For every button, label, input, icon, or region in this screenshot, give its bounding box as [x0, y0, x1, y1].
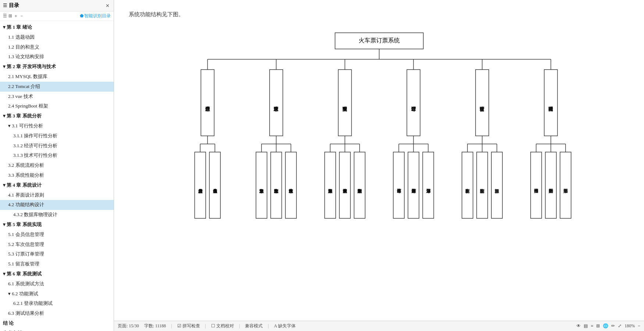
sidebar-header: ☰ 目录 ✕	[0, 0, 114, 11]
eye-icon: 👁	[576, 323, 581, 329]
layout-icon-3[interactable]: ⊞	[596, 323, 600, 329]
sep1: |	[171, 323, 172, 329]
layout-icon-1[interactable]: ▤	[584, 323, 588, 329]
spellcheck-checkbox: ☑	[177, 323, 181, 328]
view-icon-2[interactable]: ⊞	[8, 13, 12, 19]
sidebar: ☰ 目录 ✕ ☰ ⊞ ＋ － ⬟ 智能识别目录 ▾ 第 1 章 绪论 1.1 选…	[0, 0, 114, 331]
sidebar-item-5.1b[interactable]: 5.1 留言板管理	[0, 259, 114, 269]
edit-icon[interactable]: ✏	[611, 323, 615, 329]
sidebar-title: 目录	[9, 2, 19, 9]
sidebar-item-5.3[interactable]: 5.3 订票订单管理	[0, 249, 114, 259]
sidebar-toggle-icon[interactable]: ☰	[3, 3, 7, 8]
sidebar-item-6.3[interactable]: 6.3 测试结果分析	[0, 309, 114, 318]
page-indicator: 页面: 15/30	[118, 323, 139, 329]
sidebar-item-ch1[interactable]: ▾ 第 1 章 绪论	[0, 22, 114, 32]
intro-text: 系统功能结构见下图。	[129, 11, 629, 18]
doccheck-label: 文档校对	[216, 323, 234, 328]
org-chart-wrap: 火车票订票系统会员信息管理会员信息新增会员信息修改车次信息管理车次信息添加车次信…	[129, 29, 629, 243]
sidebar-item-1.2[interactable]: 1.2 目的和意义	[0, 42, 114, 52]
sidebar-item-3.1.1[interactable]: 3.1.1 操作可行性分析	[0, 131, 114, 141]
sidebar-item-2.2[interactable]: 2.2 Tomcat 介绍	[0, 82, 114, 92]
sidebar-item-6.1[interactable]: 6.1 系统测试方法	[0, 279, 114, 289]
zoom-in-icon[interactable]: ⤢	[618, 323, 622, 329]
sidebar-item-ch3[interactable]: ▾ 第 3 章 系统分析	[0, 111, 114, 121]
right-status: 👁 ▤ ≡ ⊞ 🌐 ✏ ⤢ 180% −	[576, 323, 640, 329]
sidebar-item-ch2[interactable]: ▾ 第 2 章 开发环境与技术	[0, 62, 114, 72]
expand-all-icon[interactable]: ＋	[14, 13, 18, 19]
sidebar-item-ch4[interactable]: ▾ 第 4 章 系统设计	[0, 180, 114, 190]
sidebar-item-3.2[interactable]: 3.2 系统流程分析	[0, 161, 114, 170]
sidebar-toolbar: ☰ ⊞ ＋ － ⬟ 智能识别目录	[0, 11, 114, 21]
sidebar-item-5.2[interactable]: 5.2 车次信息管理	[0, 240, 114, 250]
org-chart-svg: 火车票订票系统会员信息管理会员信息新增会员信息修改车次信息管理车次信息添加车次信…	[155, 29, 604, 243]
sidebar-tree: ▾ 第 1 章 绪论 1.1 选题动因 1.2 目的和意义 1.3 论文结构安排…	[0, 21, 114, 331]
sidebar-item-4.1[interactable]: 4.1 界面设计原则	[0, 190, 114, 200]
sidebar-item-3.1.3[interactable]: 3.1.3 技术可行性分析	[0, 151, 114, 161]
collapse-all-icon[interactable]: －	[19, 13, 24, 19]
sidebar-item-6.2[interactable]: ▾ 6.2 功能测试	[0, 289, 114, 299]
sidebar-item-2.1[interactable]: 2.1 MYSQL 数据库	[0, 72, 114, 82]
sidebar-item-refs[interactable]: 参考文献	[0, 328, 114, 331]
zoom-out-btn[interactable]: −	[638, 323, 640, 329]
doccheck-btn[interactable]: ☐ 文档校对	[211, 323, 234, 329]
svg-text:火车票订票系统: 火车票订票系统	[359, 37, 400, 43]
sep3: |	[239, 323, 240, 329]
layout-icon-2[interactable]: ≡	[591, 323, 593, 329]
sidebar-item-6.2.1[interactable]: 6.2.1 登录功能测试	[0, 299, 114, 309]
compat-label: 兼容模式	[245, 323, 263, 329]
sidebar-item-2.3[interactable]: 2.3 vue 技术	[0, 92, 114, 102]
sidebar-item-4.2[interactable]: 4.2 功能结构设计	[0, 200, 114, 210]
spellcheck-btn[interactable]: ☑ 拼写检查	[177, 323, 200, 329]
sidebar-item-5.1m[interactable]: 5.1 会员信息管理	[0, 230, 114, 240]
smart-label: 智能识别目录	[84, 13, 111, 19]
org-chart: 火车票订票系统会员信息管理会员信息新增会员信息修改车次信息管理车次信息添加车次信…	[129, 29, 629, 243]
statusbar: 页面: 15/30 字数: 11188 | ☑ 拼写检查 | ☐ 文档校对 | …	[114, 321, 644, 331]
sidebar-item-1.1[interactable]: 1.1 选题动因	[0, 32, 114, 42]
sidebar-header-icons: ✕	[104, 3, 111, 9]
missing-font-label: 缺失字体	[278, 323, 296, 328]
sep4: |	[268, 323, 268, 329]
main-container: 系统功能结构见下图。 火车票订票系统会员信息管理会员信息新增会员信息修改车次信息…	[114, 0, 644, 331]
sidebar-close-button[interactable]: ✕	[104, 3, 111, 9]
globe-icon[interactable]: 🌐	[603, 323, 608, 329]
sidebar-item-4.3.2[interactable]: 4.3.2 数据库物理设计	[0, 210, 114, 220]
sidebar-item-3.1.2[interactable]: 3.1.2 经济可行性分析	[0, 141, 114, 151]
doc-content: 系统功能结构见下图。 火车票订票系统会员信息管理会员信息新增会员信息修改车次信息…	[114, 0, 644, 321]
sidebar-item-2.4[interactable]: 2.4 SpringBoot 框架	[0, 101, 114, 111]
sidebar-item-3.3[interactable]: 3.3 系统性能分析	[0, 170, 114, 180]
doccheck-checkbox: ☐	[211, 323, 215, 328]
smart-icon: ⬟	[80, 13, 83, 19]
font-icon: A	[274, 323, 277, 328]
spellcheck-label: 拼写检查	[182, 323, 200, 328]
zoom-label: 180%	[625, 323, 635, 329]
sep2: |	[205, 323, 206, 329]
smart-toc-button[interactable]: ⬟ 智能识别目录	[80, 13, 111, 19]
sidebar-item-ch6[interactable]: ▾ 第 6 章 系统测试	[0, 269, 114, 279]
view-icon-1[interactable]: ☰	[3, 13, 7, 19]
sidebar-item-ch5[interactable]: ▾ 第 5 章 系统实现	[0, 220, 114, 230]
missing-font-btn[interactable]: A 缺失字体	[274, 323, 296, 329]
sidebar-item-3.1[interactable]: ▾ 3.1 可行性分析	[0, 121, 114, 131]
sidebar-item-conc[interactable]: 结 论	[0, 318, 114, 328]
word-count: 字数: 11188	[144, 323, 166, 329]
sidebar-item-1.3[interactable]: 1.3 论文结构安排	[0, 52, 114, 62]
